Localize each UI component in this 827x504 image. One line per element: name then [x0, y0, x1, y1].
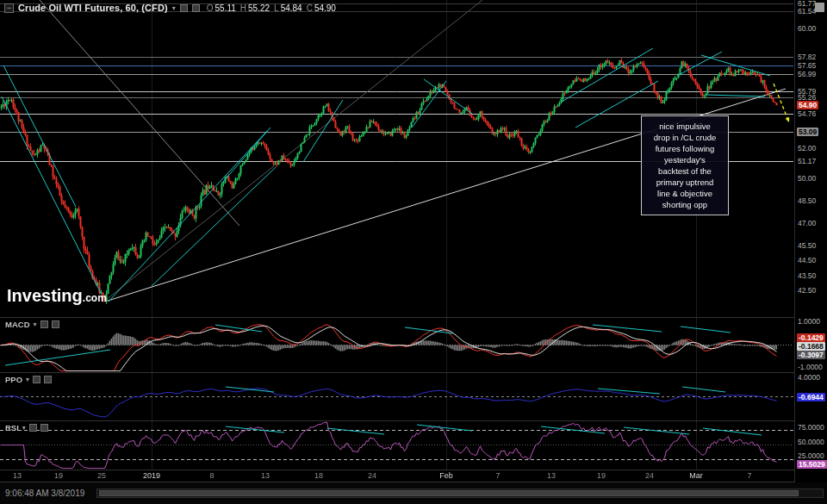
- collapse-chart-icon[interactable]: −: [4, 3, 14, 13]
- panel-divider[interactable]: [0, 317, 827, 318]
- ppo-label[interactable]: PPO: [5, 375, 22, 384]
- price-axis-label: 45.50: [798, 241, 816, 250]
- price-axis-label: 75.0000: [798, 423, 824, 432]
- low-label: L: [274, 3, 279, 13]
- last-price-badge: 54.90: [797, 101, 818, 109]
- price-axis-label: 57.82: [798, 53, 816, 61]
- symbol-title[interactable]: Crude Oil WTI Futures, 60, (CFD): [18, 3, 168, 13]
- annotation-line: backtest of the: [644, 165, 726, 177]
- ppo-close-button[interactable]: [44, 376, 52, 383]
- time-axis-label: Feb: [439, 471, 453, 480]
- time-axis-label: 13: [13, 471, 22, 480]
- price-axis-label: 47.00: [798, 219, 816, 227]
- time-axis-label: 25: [97, 471, 106, 480]
- chevron-down-icon: ▾: [34, 320, 37, 328]
- price-axis-label: 42.50: [798, 286, 816, 295]
- rsi-close-button[interactable]: [40, 424, 48, 432]
- open-value: 55.11: [215, 3, 236, 13]
- annotation-line: line & objective: [644, 188, 726, 199]
- price-axis[interactable]: 61.7761.5460.0057.8257.6556.9955.7955.26…: [794, 0, 827, 482]
- price-axis-label: 57.65: [798, 61, 816, 70]
- chart-settings-button[interactable]: [180, 4, 188, 12]
- status-bar: 9:06:48 AM 3/8/2019: [0, 482, 827, 504]
- annotation-line: shorting opp: [644, 199, 726, 210]
- price-axis-label: 51.17: [798, 157, 816, 165]
- price-axis-label: 48.50: [798, 196, 816, 205]
- chevron-down-icon: ▾: [22, 424, 26, 432]
- annotation-line: nice impulsive: [644, 121, 726, 132]
- investing-watermark: Investing .com: [7, 286, 107, 306]
- time-axis-label: 13: [261, 471, 270, 480]
- ppo-settings-button[interactable]: [33, 376, 40, 383]
- high-value: 55.22: [248, 3, 270, 13]
- price-axis-label: 44.50: [798, 256, 816, 264]
- time-axis-label: 24: [645, 471, 654, 480]
- ohlc-readout: O 55.11 H 55.22 L 54.84 C 54.90: [207, 3, 339, 13]
- rsi-panel-header: RSI ▾: [5, 423, 48, 432]
- panel-divider[interactable]: [0, 372, 827, 373]
- price-axis-label: 56.99: [798, 70, 816, 78]
- rsi-settings-button[interactable]: [29, 424, 37, 432]
- rsi-label[interactable]: RSI: [5, 423, 19, 432]
- time-axis-label: 2019: [143, 471, 160, 480]
- chevron-down-icon: ▾: [172, 4, 176, 12]
- macd-value-badge: -0.1429: [797, 333, 825, 342]
- macd-signal-badge: -0.1668: [797, 342, 825, 351]
- fullscreen-button[interactable]: [815, 3, 824, 12]
- horizontal-scrollbar[interactable]: [96, 488, 824, 498]
- scrollbar-thumb[interactable]: [99, 490, 799, 496]
- time-axis-label: 18: [314, 471, 323, 480]
- price-axis-label: 50.00: [798, 174, 816, 183]
- macd-settings-button[interactable]: [40, 320, 48, 328]
- ppo-panel-header: PPO ▾: [5, 375, 52, 384]
- price-axis-label: 61.54: [798, 7, 816, 16]
- annotation-line: yesterday's: [644, 154, 726, 165]
- clock-timestamp: 9:06:48 AM 3/8/2019: [5, 488, 84, 498]
- price-axis-label: 43.50: [798, 271, 816, 280]
- price-axis-label: 54.76: [798, 109, 816, 118]
- time-axis-label: 19: [54, 471, 63, 480]
- chart-canvas[interactable]: [0, 0, 794, 482]
- time-axis-label: Mar: [689, 471, 703, 480]
- macd-close-button[interactable]: [52, 320, 59, 328]
- price-axis-label: 4.0000: [798, 373, 820, 382]
- chart-titlebar: − Crude Oil WTI Futures, 60, (CFD) ▾ O 5…: [4, 3, 339, 13]
- close-label: C: [307, 3, 313, 13]
- chart-style-button[interactable]: [192, 4, 200, 12]
- macd-histogram-badge: -0.3097: [797, 351, 825, 359]
- price-axis-label: 50.0000: [798, 438, 824, 446]
- annotation-line: futures following: [644, 143, 726, 154]
- time-axis-label: 7: [747, 471, 751, 480]
- chevron-down-icon: ▾: [26, 376, 29, 383]
- ppo-value-badge: -0.6944: [797, 393, 825, 401]
- annotation-note[interactable]: nice impulsivedrop in /CL crudefutures f…: [641, 115, 729, 215]
- time-axis[interactable]: 13192520198131824Feb7131924Mar7: [0, 470, 794, 482]
- low-value: 54.84: [281, 3, 302, 13]
- trading-chart-window: − Crude Oil WTI Futures, 60, (CFD) ▾ O 5…: [0, 0, 827, 504]
- panel-divider[interactable]: [0, 420, 827, 421]
- price-axis-label: 52.00: [798, 144, 816, 152]
- watermark-tld: .com: [83, 292, 107, 304]
- price-axis-label: 1.0000: [798, 317, 820, 326]
- high-label: H: [240, 3, 246, 13]
- macd-panel-header: MACD ▾: [5, 320, 59, 329]
- time-axis-label: 8: [209, 471, 214, 480]
- close-value: 54.90: [314, 3, 336, 13]
- time-axis-label: 7: [495, 471, 500, 480]
- macd-label[interactable]: MACD: [5, 320, 30, 329]
- annotation-line: drop in /CL crude: [644, 132, 726, 143]
- price-axis-label: 25.0000: [798, 451, 824, 460]
- price-axis-label: -1.0000: [798, 363, 823, 371]
- open-label: O: [207, 3, 214, 13]
- time-axis-label: 24: [368, 471, 376, 480]
- time-axis-label: 13: [547, 471, 556, 480]
- annotation-line: primary uptrend: [644, 177, 726, 188]
- watermark-name: Investing: [7, 286, 83, 306]
- price-axis-label: 60.00: [798, 24, 816, 33]
- time-axis-label: 19: [597, 471, 606, 480]
- target-level-badge: 53.09: [797, 128, 818, 136]
- rsi-value-badge: 15.5029: [797, 460, 827, 469]
